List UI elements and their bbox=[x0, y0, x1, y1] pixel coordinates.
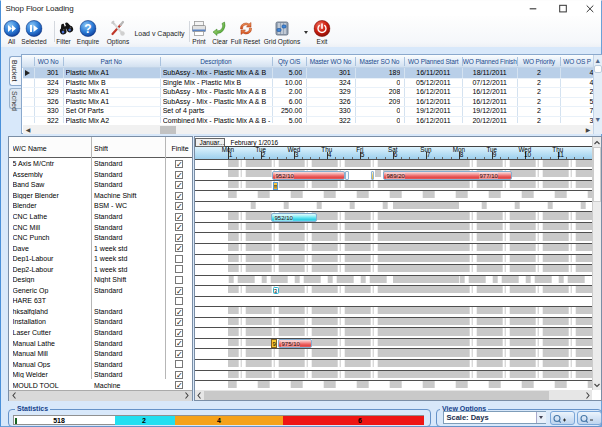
svg-text:?: ? bbox=[84, 21, 91, 35]
